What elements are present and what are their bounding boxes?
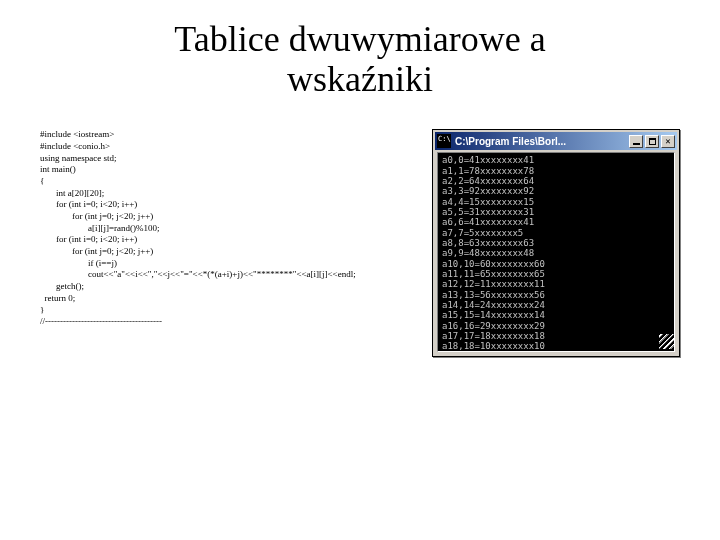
console-line: a2,2=64xxxxxxxx64 xyxy=(442,176,670,186)
console-line: a13,13=56хххххххх56 xyxy=(442,290,670,300)
console-line: a7,7=5хххххххх5 xyxy=(442,228,670,238)
console-line: a17,17=18xxxxxxxx18 xyxy=(442,331,670,341)
code-block: #include <iostream>#include <conio.h>usi… xyxy=(40,129,412,328)
code-line: a[i][j]=rand()%100; xyxy=(40,223,412,235)
console-line: a16,16=29хххххххх29 xyxy=(442,321,670,331)
code-line: for (int i=0; i<20; i++) xyxy=(40,199,412,211)
code-line: int main() xyxy=(40,164,412,176)
console-line: a6,6=41xxxxxxxx41 xyxy=(442,217,670,227)
console-line: a4,4=15xxxxxxxx15 xyxy=(442,197,670,207)
code-line: int a[20][20]; xyxy=(40,188,412,200)
code-line: using namespace std; xyxy=(40,153,412,165)
slide: Tablice dwuwymiarowe a wskaźniki #includ… xyxy=(0,0,720,540)
code-line: #include <iostream> xyxy=(40,129,412,141)
window-controls: ✕ xyxy=(629,135,675,148)
code-line: //--------------------------------------… xyxy=(40,316,412,328)
app-icon xyxy=(437,134,451,148)
console-line: a15,15=14xxxxxxxx14 xyxy=(442,310,670,320)
code-line: } xyxy=(40,305,412,317)
maximize-button[interactable] xyxy=(645,135,659,148)
console-body-wrap: a0,0=41xxxxxxxx41a1,1=78хххххххх78a2,2=6… xyxy=(435,152,677,352)
console-output: a0,0=41xxxxxxxx41a1,1=78хххххххх78a2,2=6… xyxy=(437,152,675,352)
code-line: for (int j=0; j<20; j++) xyxy=(40,246,412,258)
window-title: C:\Program Files\Borl... xyxy=(455,136,625,147)
minimize-button[interactable] xyxy=(629,135,643,148)
close-button[interactable]: ✕ xyxy=(661,135,675,148)
console-line: a11,11=65xxxxxxxx65 xyxy=(442,269,670,279)
console-line: a12,12=11xxxxxxxx11 xyxy=(442,279,670,289)
slide-title: Tablice dwuwymiarowe a wskaźniki xyxy=(40,20,680,99)
console-window: C:\Program Files\Borl... ✕ a0,0=41xxxxxx… xyxy=(432,129,680,357)
titlebar[interactable]: C:\Program Files\Borl... ✕ xyxy=(435,132,677,150)
code-line: getch(); xyxy=(40,281,412,293)
console-line: a18,18=10xxxxxxxx10 xyxy=(442,341,670,351)
code-line: #include <conio.h> xyxy=(40,141,412,153)
console-line: a9,9=48xxxxxxxx48 xyxy=(442,248,670,258)
code-line: cout<<"a"<<i<<","<<j<<"="<<*(*(a+i)+j)<<… xyxy=(40,269,412,281)
console-line: a0,0=41xxxxxxxx41 xyxy=(442,155,670,165)
close-icon: ✕ xyxy=(665,137,670,146)
console-line: a5,5=31xxxxxxxx31 xyxy=(442,207,670,217)
resize-grip[interactable] xyxy=(659,334,674,349)
console-line: a3,3=92хххххххх92 xyxy=(442,186,670,196)
console-line: a1,1=78хххххххх78 xyxy=(442,166,670,176)
code-line: for (int i=0; i<20; i++) xyxy=(40,234,412,246)
console-line: a10,10=60xxxxxxxx60 xyxy=(442,259,670,269)
code-line: for (int j=0; j<20; j++) xyxy=(40,211,412,223)
console-line: a14,14=24xxxxxxxx24 xyxy=(442,300,670,310)
content-row: #include <iostream>#include <conio.h>usi… xyxy=(40,129,680,357)
code-line: { xyxy=(40,176,412,188)
console-line: a8,8=63xxxxxxxx63 xyxy=(442,238,670,248)
code-line: if (i==j) xyxy=(40,258,412,270)
code-line: return 0; xyxy=(40,293,412,305)
